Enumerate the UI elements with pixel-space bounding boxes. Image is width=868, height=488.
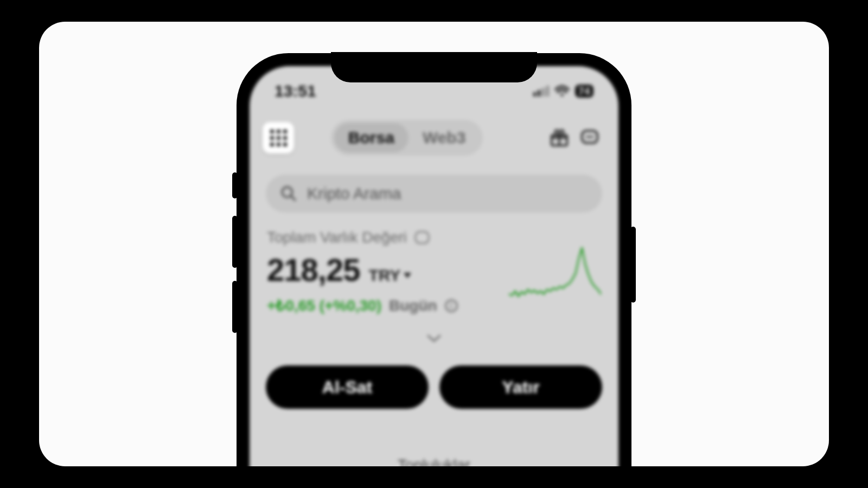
info-icon[interactable] (445, 299, 458, 312)
portfolio-sparkline (509, 242, 601, 301)
phone-mute-switch (232, 172, 238, 198)
chevron-down-icon (404, 273, 411, 278)
phone-volume-up (232, 216, 238, 268)
cellular-signal-icon (533, 86, 549, 97)
page-canvas: 13:51 74 (39, 22, 829, 466)
top-nav: Borsa Web3 (250, 119, 618, 156)
gift-icon[interactable] (549, 127, 570, 148)
phone-screen: 13:51 74 (250, 66, 618, 466)
portfolio-currency-selector[interactable]: TRY (368, 266, 411, 285)
svg-point-4 (589, 136, 591, 138)
svg-point-0 (560, 94, 563, 97)
portfolio-actions: Al-Sat Yatır (266, 365, 602, 409)
grid-icon (270, 130, 287, 146)
portfolio-period: Bugün (389, 297, 437, 314)
expand-portfolio-button[interactable] (426, 333, 442, 346)
search-icon (280, 185, 297, 202)
svg-point-5 (591, 136, 593, 138)
phone-volume-down (232, 281, 238, 333)
status-indicators: 74 (533, 85, 593, 98)
chat-icon[interactable] (579, 127, 600, 148)
portfolio-value: 218,25 (267, 252, 360, 288)
mode-segment: Borsa Web3 (331, 120, 483, 156)
portfolio-label: Toplam Varlık Değeri (267, 229, 407, 246)
search-placeholder: Kripto Arama (307, 184, 401, 203)
visibility-toggle-icon[interactable] (414, 231, 430, 244)
apps-grid-button[interactable] (263, 122, 294, 153)
battery-level: 74 (575, 85, 593, 98)
communities-heading: Topluluklar (250, 457, 618, 466)
svg-point-3 (586, 136, 588, 138)
trade-button[interactable]: Al-Sat (266, 365, 429, 409)
wifi-icon (554, 85, 570, 97)
deposit-button[interactable]: Yatır (439, 365, 602, 409)
phone-frame: 13:51 74 (237, 53, 631, 466)
portfolio-summary: Toplam Varlık Değeri 218,25 TRY +₺0,65 (… (267, 229, 601, 314)
tab-borsa[interactable]: Borsa (334, 123, 409, 152)
search-input[interactable]: Kripto Arama (266, 175, 602, 213)
status-time: 13:51 (275, 82, 316, 100)
phone-power-button (630, 227, 636, 303)
portfolio-change: +₺0,65 (+%0,30) (267, 297, 381, 314)
portfolio-currency: TRY (368, 266, 400, 285)
phone-notch (331, 52, 537, 82)
tab-web3[interactable]: Web3 (409, 123, 480, 152)
svg-line-7 (291, 196, 295, 200)
